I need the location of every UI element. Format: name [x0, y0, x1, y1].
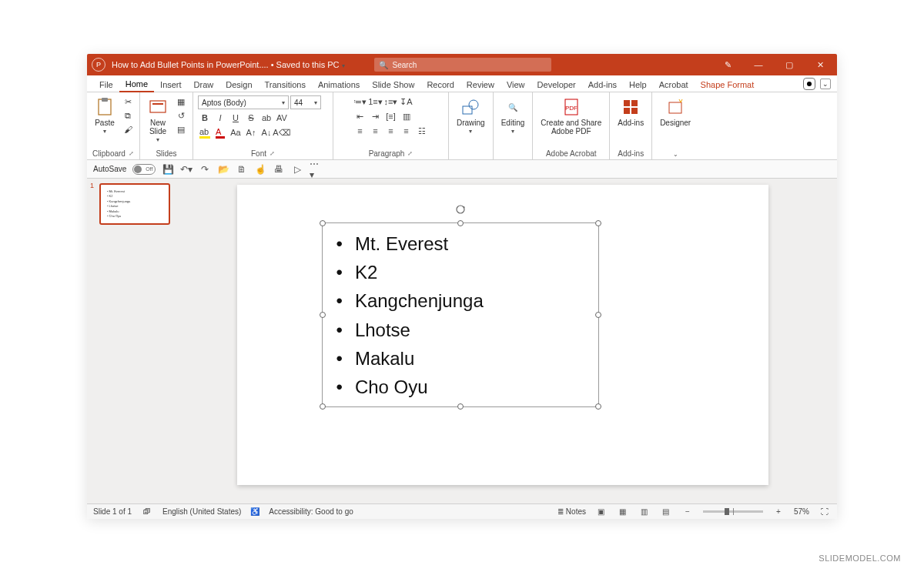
- reset-button[interactable]: ↺: [174, 109, 188, 122]
- font-size-select[interactable]: 44▾: [290, 95, 321, 109]
- section-button[interactable]: ▤: [174, 123, 188, 135]
- from-beginning-button[interactable]: ▷: [291, 163, 303, 176]
- autosave-toggle[interactable]: Off: [132, 164, 156, 175]
- bullet-item[interactable]: Lhotse: [336, 316, 584, 344]
- bullet-item[interactable]: Cho Oyu: [336, 373, 584, 401]
- document-title[interactable]: How to Add Bullet Points in PowerPoint..…: [112, 60, 345, 69]
- tab-add-ins[interactable]: Add-ins: [582, 77, 623, 92]
- zoom-level[interactable]: 57%: [794, 507, 809, 516]
- close-button[interactable]: ✕: [808, 60, 832, 70]
- resize-handle[interactable]: [457, 220, 464, 226]
- touch-mode-button[interactable]: ☝: [254, 163, 266, 176]
- resize-handle[interactable]: [457, 403, 464, 410]
- fit-to-window-button[interactable]: ⛶: [819, 507, 831, 517]
- underline-button[interactable]: U: [229, 112, 243, 124]
- quick-print-button[interactable]: 🖶: [273, 163, 285, 176]
- change-case-button[interactable]: Aa: [229, 126, 243, 139]
- tab-acrobat[interactable]: Acrobat: [653, 77, 695, 92]
- resize-handle[interactable]: [595, 220, 601, 226]
- notes-button[interactable]: ≣ Notes: [557, 507, 586, 516]
- character-spacing-button[interactable]: AV: [275, 112, 289, 124]
- dialog-launcher-icon[interactable]: ⤢: [407, 150, 413, 157]
- italic-button[interactable]: I: [213, 112, 227, 124]
- resize-handle[interactable]: [320, 220, 326, 226]
- zoom-in-button[interactable]: +: [772, 507, 785, 517]
- slide-canvas-area[interactable]: Mt. Everest K2 Kangchenjunga Lhotse Maka…: [176, 179, 837, 503]
- bullet-list[interactable]: Mt. Everest K2 Kangchenjunga Lhotse Maka…: [323, 223, 598, 407]
- slide-sorter-button[interactable]: ▦: [617, 507, 629, 517]
- open-button[interactable]: 📂: [217, 163, 229, 176]
- tab-design[interactable]: Design: [219, 77, 258, 92]
- tab-file[interactable]: File: [93, 77, 119, 92]
- chevron-down-icon[interactable]: ⌄: [673, 151, 678, 158]
- reading-view-button[interactable]: ▥: [638, 507, 651, 517]
- zoom-out-button[interactable]: −: [681, 507, 694, 517]
- tab-home[interactable]: Home: [119, 76, 154, 92]
- editing-button[interactable]: 🔍 Editing▾: [498, 95, 528, 137]
- paste-button[interactable]: Paste ▾: [92, 95, 118, 137]
- zoom-slider[interactable]: [703, 510, 763, 513]
- tab-draw[interactable]: Draw: [188, 77, 220, 92]
- highlight-button[interactable]: ab: [198, 126, 212, 139]
- font-name-select[interactable]: Aptos (Body)▾: [198, 95, 289, 109]
- dialog-launcher-icon[interactable]: ⤢: [129, 150, 134, 157]
- bullet-item[interactable]: Mt. Everest: [336, 229, 584, 258]
- bold-button[interactable]: B: [198, 112, 212, 124]
- align-text-button[interactable]: [≡]: [384, 110, 398, 122]
- slide[interactable]: Mt. Everest K2 Kangchenjunga Lhotse Maka…: [237, 185, 768, 485]
- align-right-button[interactable]: ≡: [384, 125, 398, 137]
- text-shadow-button[interactable]: ab: [259, 112, 273, 124]
- shrink-font-button[interactable]: A↓: [259, 126, 273, 139]
- strikethrough-button[interactable]: S: [244, 112, 258, 124]
- undo-button[interactable]: ↶▾: [180, 163, 192, 176]
- slide-indicator[interactable]: Slide 1 of 1: [93, 507, 132, 516]
- text-box[interactable]: Mt. Everest K2 Kangchenjunga Lhotse Maka…: [322, 222, 599, 407]
- slide-thumbnails-pane[interactable]: 1 • Mt. Everest • K2 • Kangchenjunga • L…: [87, 179, 176, 503]
- new-file-button[interactable]: 🗎: [236, 163, 248, 176]
- tab-record[interactable]: Record: [420, 77, 460, 92]
- tab-slide-show[interactable]: Slide Show: [366, 77, 420, 92]
- addins-button[interactable]: Add-ins: [614, 95, 647, 129]
- ink-icon[interactable]: ✎: [715, 60, 740, 70]
- search-box[interactable]: 🔍 Search: [374, 58, 551, 72]
- line-spacing-button[interactable]: ↕≡▾: [384, 95, 398, 108]
- justify-button[interactable]: ≡: [400, 125, 413, 137]
- bullets-button[interactable]: ≔▾: [353, 95, 367, 108]
- resize-handle[interactable]: [595, 312, 601, 318]
- resize-handle[interactable]: [320, 403, 326, 410]
- cut-button[interactable]: ✂: [121, 95, 135, 108]
- collapse-ribbon-icon[interactable]: ⌄: [820, 79, 831, 89]
- decrease-indent-button[interactable]: ⇤: [353, 110, 367, 122]
- font-color-button[interactable]: A: [213, 126, 227, 139]
- text-direction-button[interactable]: ↧A: [400, 95, 413, 108]
- tab-view[interactable]: View: [500, 77, 531, 92]
- record-icon[interactable]: [803, 78, 815, 90]
- new-slide-button[interactable]: New Slide ▾: [145, 95, 171, 146]
- tab-review[interactable]: Review: [460, 77, 500, 92]
- clear-formatting-button[interactable]: A⌫: [275, 126, 289, 139]
- maximize-button[interactable]: ▢: [777, 60, 802, 70]
- align-center-button[interactable]: ≡: [369, 125, 383, 137]
- normal-view-button[interactable]: ▣: [595, 507, 608, 517]
- bullet-item[interactable]: Kangchenjunga: [336, 286, 584, 315]
- copy-button[interactable]: ⧉: [121, 109, 135, 122]
- tab-animations[interactable]: Animations: [312, 77, 366, 92]
- designer-button[interactable]: Designer: [657, 95, 694, 129]
- bullet-item[interactable]: Makalu: [336, 344, 584, 373]
- slide-thumbnail-1[interactable]: 1 • Mt. Everest • K2 • Kangchenjunga • L…: [92, 183, 171, 225]
- slideshow-view-button[interactable]: ▤: [660, 507, 672, 517]
- smartart-button[interactable]: ☷: [415, 125, 429, 137]
- language-indicator[interactable]: English (United States): [162, 507, 241, 516]
- tab-transitions[interactable]: Transitions: [259, 77, 312, 92]
- numbering-button[interactable]: 1≡▾: [369, 95, 383, 108]
- bullet-item[interactable]: K2: [336, 258, 584, 286]
- format-painter-button[interactable]: 🖌: [121, 123, 135, 135]
- accessibility-status[interactable]: Accessibility: Good to go: [269, 507, 353, 516]
- align-left-button[interactable]: ≡: [353, 125, 367, 137]
- redo-button[interactable]: ↷: [199, 163, 211, 176]
- minimize-button[interactable]: —: [746, 60, 771, 69]
- drawing-button[interactable]: Drawing▾: [454, 95, 488, 137]
- resize-handle[interactable]: [320, 312, 326, 318]
- columns-button[interactable]: ▥: [400, 110, 413, 122]
- layout-button[interactable]: ▦: [174, 95, 188, 108]
